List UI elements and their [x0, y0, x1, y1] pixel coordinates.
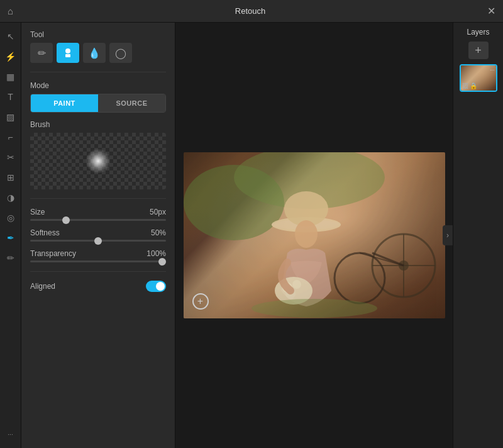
svg-point-8 — [334, 253, 385, 303]
crop-icon[interactable]: ⌐ — [2, 128, 19, 146]
window-title: Retouch — [235, 6, 265, 16]
drop-tool-btn[interactable]: 💧 — [83, 43, 106, 63]
size-slider[interactable] — [30, 219, 166, 221]
layer-icon[interactable]: ▦ — [2, 68, 19, 86]
brush-label: Brush — [30, 120, 166, 129]
add-layer-btn[interactable]: + — [468, 42, 489, 59]
toggle-knob — [156, 282, 165, 291]
size-label: Size — [30, 208, 45, 216]
transparency-header: Transparency 100% — [30, 249, 166, 258]
mode-toggle: PAINT SOURCE — [30, 94, 166, 113]
transparency-label: Transparency — [30, 249, 76, 258]
select-icon[interactable]: ↖ — [2, 28, 19, 45]
text-icon[interactable]: T — [2, 88, 19, 106]
svg-line-10 — [360, 253, 404, 266]
layer-thumb-bottom: 🖼 🔒 — [462, 82, 477, 89]
transparency-value: 100% — [146, 249, 166, 258]
layers-panel: Layers + ··· 🖼 🔒 — [453, 23, 503, 448]
layer-image-icon: 🖼 — [462, 82, 468, 89]
stamp-icon[interactable]: ✒ — [2, 229, 19, 247]
tool-panel: Tool ✏ 💧 ◯ Mode PAINT SOURCE — [21, 23, 175, 448]
more-tools-icon[interactable]: ··· — [2, 425, 19, 443]
add-source-btn[interactable]: + — [192, 293, 209, 310]
top-bar: ⌂ Retouch ✕ — [0, 0, 503, 23]
layer-more-icon[interactable]: ··· — [490, 67, 495, 73]
layer-lock-icon: 🔒 — [470, 82, 477, 89]
pencil-tool-btn[interactable]: ✏ — [30, 43, 53, 63]
photo-svg — [184, 152, 445, 318]
canvas-image: + — [184, 152, 445, 318]
transparency-slider[interactable] — [30, 260, 166, 262]
softness-value: 50% — [151, 228, 166, 237]
softness-label: Softness — [30, 228, 60, 237]
aligned-toggle[interactable] — [146, 281, 166, 292]
divider-3 — [30, 271, 166, 272]
spiral-icon[interactable]: ◎ — [2, 209, 19, 227]
size-header: Size 50px — [30, 208, 166, 216]
levels-icon[interactable]: ⊞ — [2, 169, 19, 186]
divider-1 — [30, 72, 166, 72]
brush-section: Brush — [30, 120, 166, 189]
layer-thumb-icons: ··· — [490, 67, 495, 73]
layer-thumbnail[interactable]: ··· 🖼 🔒 — [460, 64, 497, 92]
hatch-icon[interactable]: ▨ — [2, 108, 19, 126]
home-icon[interactable]: ⌂ — [8, 6, 13, 16]
tool-label: Tool — [30, 30, 166, 39]
photo-background — [184, 152, 445, 318]
softness-slider-row: Softness 50% — [30, 228, 166, 242]
source-mode-btn[interactable]: SOURCE — [98, 94, 165, 112]
tool-row: ✏ 💧 ◯ — [30, 43, 166, 63]
mode-section: Mode PAINT SOURCE — [30, 81, 166, 113]
lasso-icon[interactable]: ⚡ — [2, 48, 19, 65]
collapse-arrow[interactable]: › — [443, 225, 453, 245]
stamp-tool-btn[interactable] — [57, 43, 79, 63]
brush-preview — [30, 133, 166, 189]
aligned-label: Aligned — [30, 282, 55, 291]
circle-tool-btn[interactable]: ◯ — [109, 43, 132, 63]
tool-section: Tool ✏ 💧 ◯ — [30, 30, 166, 63]
svg-rect-1 — [65, 54, 70, 57]
pen-icon[interactable]: ✏ — [2, 249, 19, 267]
aligned-row: Aligned — [30, 281, 166, 292]
circle-icon[interactable]: ◑ — [2, 189, 19, 206]
brush-dot — [86, 148, 111, 174]
size-value: 50px — [150, 208, 166, 216]
divider-2 — [30, 198, 166, 199]
transparency-slider-row: Transparency 100% — [30, 249, 166, 262]
layers-title: Layers — [467, 28, 489, 36]
icon-bar: ↖ ⚡ ▦ T ▨ ⌐ ✂ ⊞ ◑ ◎ ✒ ✏ ··· — [0, 23, 21, 448]
paint-mode-btn[interactable]: PAINT — [31, 94, 98, 112]
svg-point-14 — [295, 220, 318, 248]
softness-header: Softness 50% — [30, 228, 166, 237]
svg-point-17 — [292, 280, 301, 289]
close-icon[interactable]: ✕ — [487, 5, 495, 17]
mode-label: Mode — [30, 81, 166, 90]
size-slider-row: Size 50px — [30, 208, 166, 221]
scissors-icon[interactable]: ✂ — [2, 148, 19, 166]
main-layout: ↖ ⚡ ▦ T ▨ ⌐ ✂ ⊞ ◑ ◎ ✒ ✏ ··· Tool ✏ — [0, 23, 503, 448]
canvas-area[interactable]: + › — [175, 23, 453, 448]
svg-point-0 — [65, 48, 70, 53]
softness-slider[interactable] — [30, 240, 166, 242]
svg-point-19 — [252, 299, 377, 318]
